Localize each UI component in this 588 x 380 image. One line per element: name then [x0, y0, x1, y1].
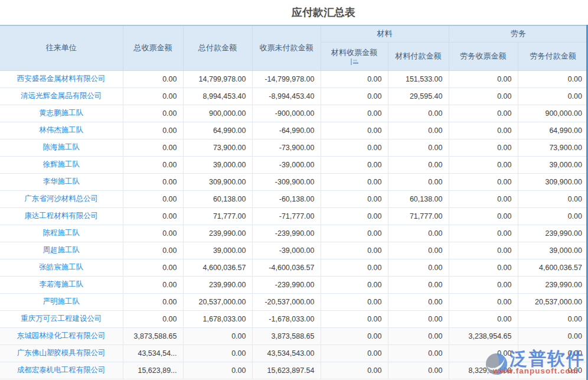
material-receipt-cell: 0.00: [321, 345, 388, 362]
column-header-total-receipt[interactable]: 总收票金额: [123, 25, 183, 70]
labor-payment-cell: 20,537,000.00: [518, 293, 588, 310]
counterparty-link[interactable]: 陈程施工队: [0, 225, 123, 242]
column-group-labor: 劳务: [449, 25, 588, 42]
material-receipt-cell: 0.00: [321, 293, 388, 310]
receipt-unpaid-cell: 3,873,588.65: [252, 327, 321, 345]
labor-receipt-cell: 0.00: [449, 310, 518, 327]
counterparty-link[interactable]: 重庆万可云工程建设公司: [0, 310, 123, 327]
column-group-material: 材料: [321, 25, 449, 42]
table-row: 陈海施工队 0.00 73,900.00 -73,900.00 0.00 0.0…: [0, 139, 588, 156]
table-row: 周超施工队 0.00 39,000.00 -39,000.00 0.00 0.0…: [0, 242, 588, 259]
table-row: 严明施工队 0.00 20,537,000.00 -20,537,000.00 …: [0, 293, 588, 310]
total-payment-cell: 39,000.00: [183, 156, 252, 173]
counterparty-link[interactable]: 东城园林绿化工程有限公司: [0, 327, 123, 345]
payable-summary-table: 往来单位 总收票金额 总付款金额 收票未付款金额 材料 劳务 材料收票金额: [0, 25, 588, 379]
total-receipt-cell: 0.00: [123, 70, 183, 87]
counterparty-link[interactable]: 周超施工队: [0, 242, 123, 259]
labor-payment-cell: 0.00: [518, 70, 588, 87]
labor-receipt-cell: 0.00: [449, 225, 518, 242]
total-receipt-cell: 0.00: [123, 190, 183, 207]
total-receipt-cell: 0.00: [123, 105, 183, 122]
material-receipt-cell: 0.00: [321, 259, 388, 276]
counterparty-link[interactable]: 张皓宸施工队: [0, 259, 123, 276]
material-receipt-cell: 0.00: [321, 122, 388, 139]
table-row: 广东佛山塑胶模具有限公司 43,534,54... 0.00 43,534,54…: [0, 345, 588, 362]
column-header-labor-receipt[interactable]: 劳务收票金额: [449, 42, 518, 70]
labor-payment-cell: 0.00: [518, 87, 588, 105]
material-payment-cell: 0.00: [388, 139, 449, 156]
counterparty-link[interactable]: 林伟杰施工队: [0, 122, 123, 139]
total-receipt-cell: 0.00: [123, 173, 183, 190]
labor-payment-cell: 0.00: [518, 345, 588, 362]
column-header-receipt-unpaid[interactable]: 收票未付款金额: [252, 25, 321, 70]
counterparty-link[interactable]: 西安盛器金属材料有限公司: [0, 70, 123, 87]
column-header-labor-payment[interactable]: 劳务付款金额: [518, 42, 588, 70]
material-payment-cell: 29,595.40: [388, 87, 449, 105]
column-header-material-receipt-label: 材料收票金额: [331, 47, 377, 58]
material-receipt-cell: 0.00: [321, 310, 388, 327]
labor-receipt-cell: 0.00: [449, 173, 518, 190]
table-row: 陈程施工队 0.00 239,990.00 -239,990.00 0.00 0…: [0, 225, 588, 242]
total-payment-cell: 14,799,978.00: [183, 70, 252, 87]
receipt-unpaid-cell: 43,534,543.00: [252, 345, 321, 362]
material-receipt-cell: 0.00: [321, 207, 388, 225]
table-header: 往来单位 总收票金额 总付款金额 收票未付款金额 材料 劳务 材料收票金额: [0, 25, 588, 70]
page-title: 应付款汇总表: [30, 0, 588, 25]
receipt-unpaid-cell: 15,623,897.54: [252, 362, 321, 379]
counterparty-link[interactable]: 陈海施工队: [0, 139, 123, 156]
material-receipt-cell: 0.00: [321, 327, 388, 345]
receipt-unpaid-cell: -900,000.00: [252, 105, 321, 122]
counterparty-link[interactable]: 徐辉施工队: [0, 156, 123, 173]
column-header-material-receipt[interactable]: 材料收票金额: [321, 42, 388, 70]
total-payment-cell: 4,600,036.57: [183, 259, 252, 276]
counterparty-link[interactable]: 康达工程材料有限公司: [0, 207, 123, 225]
total-receipt-cell: 3,873,588.65: [123, 327, 183, 345]
material-payment-cell: 0.00: [388, 259, 449, 276]
counterparty-link[interactable]: 成都宏泰机电工程有限公司: [0, 362, 123, 379]
sort-icon[interactable]: [350, 59, 359, 65]
total-payment-cell: 239,990.00: [183, 276, 252, 293]
receipt-unpaid-cell: -64,990.00: [252, 122, 321, 139]
column-header-total-payment[interactable]: 总付款金额: [183, 25, 252, 70]
material-receipt-cell: 0.00: [321, 190, 388, 207]
receipt-unpaid-cell: -60,138.00: [252, 190, 321, 207]
table-row: 康达工程材料有限公司 0.00 71,777.00 -71,777.00 0.0…: [0, 207, 588, 225]
counterparty-link[interactable]: 严明施工队: [0, 293, 123, 310]
receipt-unpaid-cell: -71,777.00: [252, 207, 321, 225]
column-header-counterparty[interactable]: 往来单位: [0, 25, 123, 70]
labor-receipt-cell: 0.00: [449, 156, 518, 173]
labor-payment-cell: 900,000.00: [518, 105, 588, 122]
counterparty-link[interactable]: 黄志鹏施工队: [0, 105, 123, 122]
total-payment-cell: 73,900.00: [183, 139, 252, 156]
material-payment-cell: 0.00: [388, 327, 449, 345]
labor-payment-cell: 4,600,036.57: [518, 259, 588, 276]
table-row: 重庆万可云工程建设公司 0.00 1,678,033.00 -1,678,033…: [0, 310, 588, 327]
receipt-unpaid-cell: -239,990.00: [252, 276, 321, 293]
column-header-material-payment[interactable]: 材料付款金额: [388, 42, 449, 70]
total-receipt-cell: 0.00: [123, 139, 183, 156]
counterparty-link[interactable]: 李华施工队: [0, 173, 123, 190]
counterparty-link[interactable]: 广东省河沙材料总公司: [0, 190, 123, 207]
total-payment-cell: 0.00: [183, 345, 252, 362]
table-row: 清远光辉金属品有限公司 0.00 8,994,453.40 -8,994,453…: [0, 87, 588, 105]
labor-receipt-cell: 0.00: [449, 122, 518, 139]
labor-receipt-cell: 0.00: [449, 87, 518, 105]
table-row: 东城园林绿化工程有限公司 3,873,588.65 0.00 3,873,588…: [0, 327, 588, 345]
total-receipt-cell: 0.00: [123, 259, 183, 276]
total-receipt-cell: 0.00: [123, 87, 183, 105]
table-row: 李若海施工队 0.00 239,990.00 -239,990.00 0.00 …: [0, 276, 588, 293]
material-receipt-cell: 0.00: [321, 139, 388, 156]
total-receipt-cell: 15,623,89...: [123, 362, 183, 379]
table-row: 成都宏泰机电工程有限公司 15,623,89... 0.00 15,623,89…: [0, 362, 588, 379]
material-payment-cell: 0.00: [388, 276, 449, 293]
labor-payment-cell: 0.00: [518, 207, 588, 225]
labor-receipt-cell: 0.00: [449, 190, 518, 207]
counterparty-link[interactable]: 广东佛山塑胶模具有限公司: [0, 345, 123, 362]
total-payment-cell: 71,777.00: [183, 207, 252, 225]
material-payment-cell: 0.00: [388, 225, 449, 242]
total-payment-cell: 0.00: [183, 327, 252, 345]
labor-receipt-cell: 0.00: [449, 293, 518, 310]
counterparty-link[interactable]: 清远光辉金属品有限公司: [0, 87, 123, 105]
material-receipt-cell: 0.00: [321, 362, 388, 379]
counterparty-link[interactable]: 李若海施工队: [0, 276, 123, 293]
